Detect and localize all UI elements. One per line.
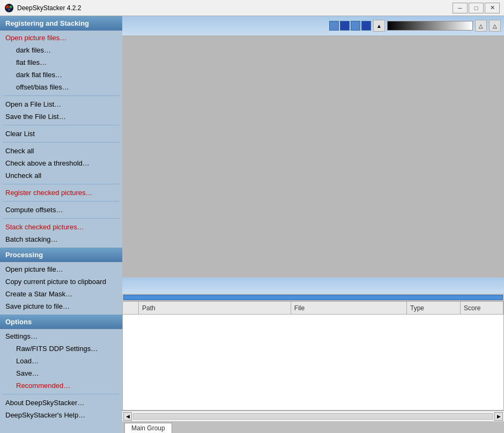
sidebar-item-raw-fits-ddp[interactable]: Raw/FITS DDP Settings… [0,342,122,355]
sidebar-item-create-star-mask[interactable]: Create a Star Mask… [0,288,122,300]
title-bar-controls: ─ □ ✕ [453,3,500,13]
sidebar: Registering and StackingOpen picture fil… [0,16,122,433]
sidebar-item-save-picture[interactable]: Save picture to file… [0,300,122,312]
maximize-button[interactable]: □ [469,3,484,13]
table-body [123,315,503,410]
divider-divider1 [3,95,119,96]
main-layout: Registering and StackingOpen picture fil… [0,16,504,433]
content-area: ▲ △ △ PathFileTypeScore ◀ ▶ [122,16,504,433]
scroll-right-button[interactable]: ▶ [494,412,503,421]
file-table: PathFileTypeScore [122,301,504,410]
sidebar-item-open-picture-file[interactable]: Open picture file… [0,263,122,275]
sidebar-item-uncheck-all[interactable]: Uncheck all [0,169,122,182]
sidebar-item-copy-to-clipboard[interactable]: Copy current picture to clipboard [0,275,122,288]
horizontal-scrollbar[interactable]: ◀ ▶ [122,410,504,421]
svg-point-1 [6,5,9,9]
sidebar-item-save-file-list[interactable]: Save the File List… [0,110,122,123]
table-header-checkbox[interactable] [123,302,139,314]
table-header-path[interactable]: Path [139,302,291,314]
sidebar-item-help[interactable]: DeepSkyStacker's Help… [0,409,122,421]
sidebar-section-registering: Registering and StackingOpen picture fil… [0,16,122,245]
app-icon [4,3,14,13]
color-square-4 [361,21,371,31]
sidebar-item-flat-files[interactable]: flat files… [0,56,122,69]
triangle-right-icon[interactable]: △ [489,20,501,32]
sidebar-item-settings[interactable]: Settings… [0,330,122,342]
table-header: PathFileTypeScore [123,302,503,315]
sidebar-item-register-checked[interactable]: Register checked pictures… [0,186,122,199]
sidebar-section-options: OptionsSettings…Raw/FITS DDP Settings…Lo… [0,315,122,421]
title-bar: DeepSkyStacker 4.2.2 ─ □ ✕ [0,0,504,16]
divider-divider5 [3,201,119,201]
sidebar-item-clear-list[interactable]: Clear List [0,128,122,140]
divider-divider4 [3,184,119,184]
sidebar-item-load[interactable]: Load… [0,355,122,367]
sidebar-item-open-picture-files[interactable]: Open picture files… [0,32,122,44]
sidebar-item-compute-offsets[interactable]: Compute offsets… [0,204,122,216]
sidebar-item-open-file-list[interactable]: Open a File List… [0,98,122,110]
triangle-left-icon[interactable]: △ [475,20,487,32]
table-header-type[interactable]: Type [407,302,461,314]
sidebar-item-dark-files[interactable]: dark files… [0,44,122,56]
svg-point-3 [8,9,10,11]
bottom-panel: PathFileTypeScore ◀ ▶ Main Group [122,278,504,433]
table-header-file[interactable]: File [291,302,407,314]
sidebar-item-dark-flat-files[interactable]: dark flat files… [0,69,122,81]
sidebar-item-stack-checked[interactable]: Stack checked pictures… [0,221,122,233]
minimize-button[interactable]: ─ [453,3,468,13]
color-square-1 [329,21,339,31]
tab-main-group[interactable]: Main Group [124,423,172,433]
toolbar-strip: ▲ △ △ [122,16,504,35]
sidebar-item-about[interactable]: About DeepSkyStacker… [0,397,122,409]
title-bar-left: DeepSkyStacker 4.2.2 [4,3,81,13]
sidebar-section-processing: ProcessingOpen picture file…Copy current… [0,248,122,312]
divider-divider6 [3,218,119,219]
color-squares-group [329,21,371,31]
sidebar-section-header-registering: Registering and Stacking [0,16,122,31]
sidebar-section-header-processing: Processing [0,248,122,262]
scroll-track[interactable] [133,413,493,420]
svg-point-2 [10,5,12,8]
sidebar-item-recommended[interactable]: Recommended… [0,379,122,392]
bottom-toolbar [122,278,504,294]
divider-divider2 [3,125,119,125]
sidebar-item-offset-bias-files[interactable]: offset/bias files… [0,81,122,93]
table-header-score[interactable]: Score [461,302,503,314]
color-square-2 [340,21,350,31]
divider-divider7 [3,394,119,394]
mouse-cursor-icon[interactable]: ▲ [373,20,385,32]
tab-bar: Main Group [122,421,504,433]
sidebar-section-header-options: Options [0,315,122,329]
progress-bar [123,295,503,300]
sidebar-item-check-above-threshold[interactable]: Check above a threshold… [0,157,122,169]
color-squares [329,21,371,31]
scroll-left-button[interactable]: ◀ [123,412,132,421]
app-title: DeepSkyStacker 4.2.2 [17,4,81,12]
color-square-3 [351,21,360,31]
sidebar-item-batch-stacking[interactable]: Batch stacking… [0,233,122,245]
gradient-bar[interactable] [387,21,473,31]
svg-point-0 [5,4,13,12]
sidebar-item-save[interactable]: Save… [0,367,122,379]
divider-divider3 [3,142,119,143]
image-canvas [122,35,504,278]
close-button[interactable]: ✕ [485,3,500,13]
sidebar-item-check-all[interactable]: Check all [0,145,122,157]
